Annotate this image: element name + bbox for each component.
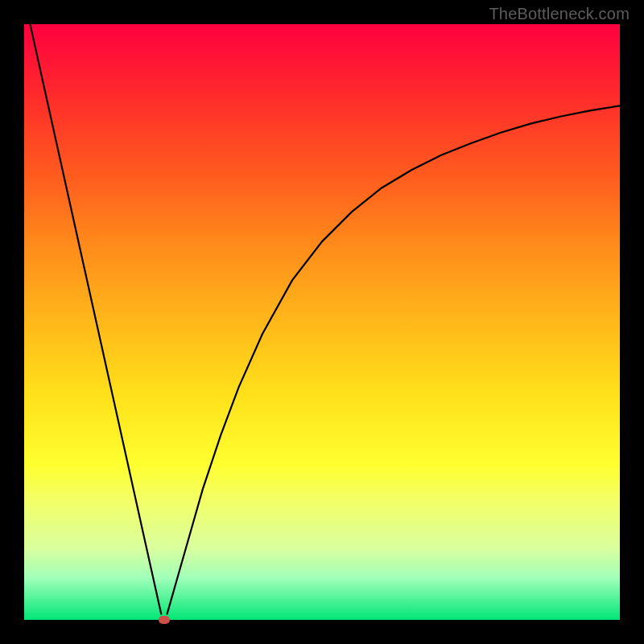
curve-left-segment (30, 24, 161, 614)
plot-area (24, 24, 620, 620)
curve-right-segment (167, 105, 620, 613)
watermark-text: TheBottleneck.com (489, 5, 630, 23)
bottleneck-marker (159, 616, 170, 624)
chart-frame: TheBottleneck.com (0, 0, 644, 644)
curve-svg (24, 24, 620, 620)
